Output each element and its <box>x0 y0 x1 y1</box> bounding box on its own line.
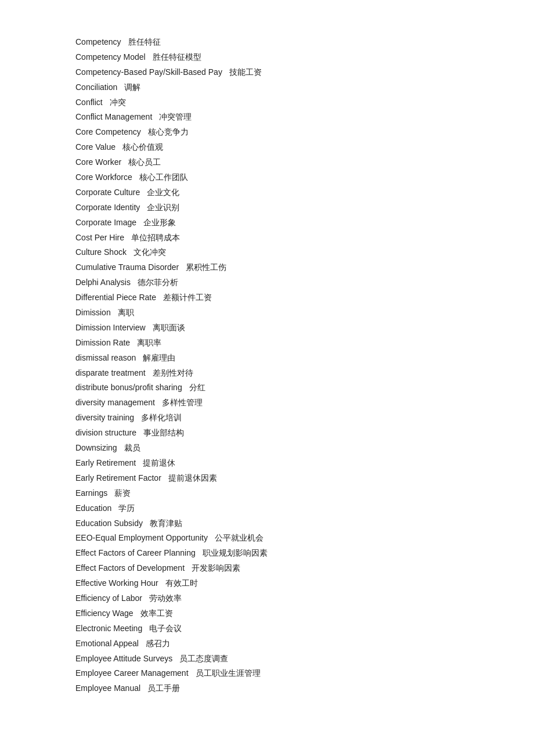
term-chinese: 文化冲突 <box>129 247 166 257</box>
term-english: Dimission Rate <box>75 338 130 347</box>
term-english: Culture Shock <box>75 247 127 257</box>
term-english: Competency Model <box>75 52 146 62</box>
term-chinese: 差别性对待 <box>148 368 193 377</box>
list-item: Early Retirement Factor 提前退休因素 <box>75 471 459 486</box>
term-chinese: 职业规划影响因素 <box>198 548 268 557</box>
list-item: Corporate Image 企业形象 <box>75 215 459 231</box>
term-english: Downsizing <box>75 443 117 452</box>
term-english: Efficiency Wage <box>75 609 134 618</box>
term-english: disparate treatment <box>75 368 146 377</box>
term-chinese: 企业形象 <box>139 218 176 227</box>
term-chinese: 员工手册 <box>143 683 180 693</box>
term-chinese: 学历 <box>114 503 135 513</box>
list-item: Cumulative Trauma Disorder 累积性工伤 <box>75 260 459 275</box>
list-item: division structure 事业部结构 <box>75 426 459 441</box>
list-item: Education Subsidy 教育津贴 <box>75 516 459 531</box>
list-item: Differential Piece Rate 差额计件工资 <box>75 290 459 305</box>
term-english: Core Worker <box>75 157 121 167</box>
term-english: Effective Working Hour <box>75 578 158 588</box>
term-chinese: 裁员 <box>120 443 140 452</box>
term-english: Cost Per Hire <box>75 233 124 242</box>
list-item: diversity management 多样性管理 <box>75 395 459 411</box>
term-english: Education <box>75 503 111 513</box>
list-item: Conflict Management 冲突管理 <box>75 110 459 125</box>
term-english: Employee Manual <box>75 683 140 693</box>
term-chinese: 核心工作团队 <box>135 172 188 182</box>
term-chinese: 调解 <box>120 82 141 92</box>
term-chinese: 离职 <box>113 308 134 317</box>
term-english: Corporate Image <box>75 218 136 227</box>
term-english: Core Workforce <box>75 172 132 182</box>
list-item: Efficiency Wage 效率工资 <box>75 606 459 621</box>
list-item: Conciliation 调解 <box>75 80 459 95</box>
term-english: diversity training <box>75 413 134 422</box>
term-chinese: 核心价值观 <box>118 142 163 152</box>
list-item: Corporate Culture 企业文化 <box>75 185 459 200</box>
term-chinese: 累积性工伤 <box>181 262 226 272</box>
list-item: Downsizing 裁员 <box>75 441 459 456</box>
list-item: Competency Model 胜任特征模型 <box>75 50 459 65</box>
list-item: dismissal reason 解雇理由 <box>75 351 459 366</box>
term-chinese: 企业文化 <box>142 188 179 197</box>
term-chinese: 德尔菲分析 <box>133 278 178 287</box>
term-chinese: 公平就业机会 <box>210 533 264 542</box>
list-item: diversity training 多样化培训 <box>75 411 459 426</box>
term-english: Delphi Analysis <box>75 278 131 287</box>
term-chinese: 冲突管理 <box>154 112 192 121</box>
term-english: distribute bonus/profit sharing <box>75 383 182 392</box>
term-english: Effect Factors of Career Planning <box>75 548 196 557</box>
term-chinese: 离职面谈 <box>148 323 185 332</box>
list-item: Core Competency 核心竞争力 <box>75 125 459 140</box>
list-item: Competency-Based Pay/Skill-Based Pay 技能工… <box>75 65 459 80</box>
list-item: Dimission Interview 离职面谈 <box>75 321 459 336</box>
term-chinese: 薪资 <box>110 488 131 498</box>
list-item: Employee Manual 员工手册 <box>75 681 459 696</box>
term-chinese: 核心员工 <box>124 157 161 167</box>
term-chinese: 教育津贴 <box>145 519 182 528</box>
term-chinese: 差额计件工资 <box>158 293 212 302</box>
list-item: Dimission 离职 <box>75 305 459 321</box>
term-chinese: 劳动效率 <box>145 593 182 603</box>
term-english: Dimission <box>75 308 111 317</box>
term-english: Earnings <box>75 488 107 498</box>
term-chinese: 提前退休因素 <box>164 473 217 483</box>
term-chinese: 多样性管理 <box>157 398 203 407</box>
list-item: Core Value 核心价值观 <box>75 140 459 155</box>
term-english: Conflict <box>75 98 103 107</box>
term-english: diversity management <box>75 398 155 407</box>
term-english: Dimission Interview <box>75 323 146 332</box>
term-chinese: 员工职业生涯管理 <box>191 668 261 678</box>
list-item: disparate treatment 差别性对待 <box>75 366 459 381</box>
term-chinese: 感召力 <box>141 639 170 648</box>
term-chinese: 电子会议 <box>145 624 182 633</box>
list-item: Conflict 冲突 <box>75 95 459 110</box>
term-english: Employee Attitude Surveys <box>75 654 172 663</box>
list-item: Effect Factors of Career Planning 职业规划影响… <box>75 546 459 561</box>
list-item: Electronic Meeting 电子会议 <box>75 621 459 636</box>
term-chinese: 胜任特征模型 <box>148 52 201 62</box>
term-english: Corporate Culture <box>75 188 140 197</box>
list-item: Core Workforce 核心工作团队 <box>75 170 459 185</box>
term-english: Core Competency <box>75 127 141 136</box>
term-chinese: 提前退休 <box>138 458 175 467</box>
list-item: Cost Per Hire 单位招聘成本 <box>75 231 459 246</box>
list-item: Efficiency of Labor 劳动效率 <box>75 591 459 606</box>
list-item: Core Worker 核心员工 <box>75 155 459 170</box>
term-english: EEO-Equal Employment Opportunity <box>75 533 208 542</box>
list-item: Employee Career Management 员工职业生涯管理 <box>75 666 459 681</box>
term-chinese: 分红 <box>185 383 205 392</box>
list-item: Corporate Identity 企业识别 <box>75 200 459 215</box>
term-chinese: 员工态度调查 <box>175 654 229 663</box>
term-english: Efficiency of Labor <box>75 593 142 603</box>
term-english: Electronic Meeting <box>75 624 142 633</box>
term-english: Corporate Identity <box>75 203 140 212</box>
term-english: Core Value <box>75 142 116 152</box>
term-chinese: 效率工资 <box>136 609 173 618</box>
term-chinese: 事业部结构 <box>139 428 184 437</box>
term-chinese: 开发影响因素 <box>187 563 240 573</box>
term-chinese: 胜任特征 <box>124 37 161 46</box>
list-item: distribute bonus/profit sharing 分红 <box>75 380 459 395</box>
term-english: division structure <box>75 428 136 437</box>
term-english: Differential Piece Rate <box>75 293 156 302</box>
term-chinese: 多样化培训 <box>136 413 182 422</box>
